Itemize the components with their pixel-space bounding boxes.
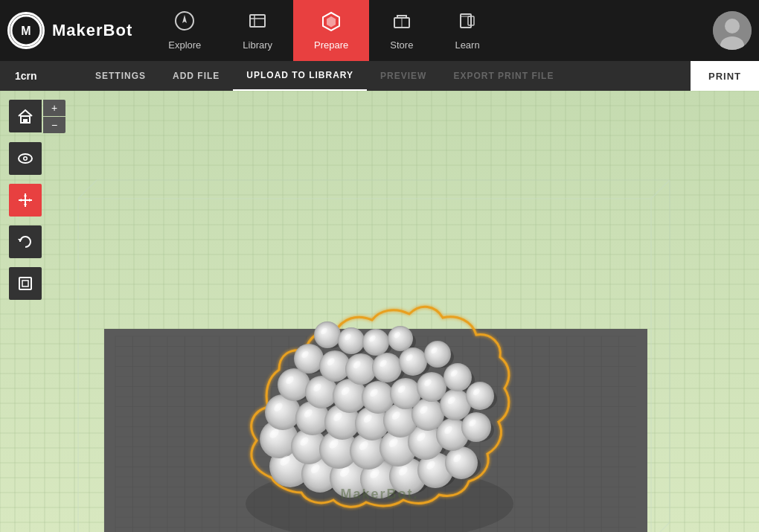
svg-marker-24	[24, 193, 27, 196]
svg-rect-29	[19, 278, 31, 289]
logo-text: MakerBot	[52, 21, 132, 40]
svg-marker-8	[327, 16, 336, 28]
zoom-in-button[interactable]: +	[43, 100, 65, 116]
toolbar-add-file-btn[interactable]: ADD FILE	[159, 61, 233, 91]
left-tools: + −	[9, 100, 65, 300]
library-icon	[247, 10, 268, 36]
top-navigation: M MakerBot Explore Li	[0, 0, 759, 61]
print-button[interactable]: PRINT	[691, 61, 759, 91]
move-button[interactable]	[9, 184, 42, 217]
svg-marker-26	[19, 199, 22, 202]
nav-prepare[interactable]: Prepare	[293, 0, 369, 61]
nav-store[interactable]: Store	[369, 0, 434, 61]
svg-text:M: M	[21, 25, 31, 37]
svg-rect-30	[22, 281, 28, 286]
store-icon	[391, 10, 412, 36]
svg-marker-25	[24, 204, 27, 207]
learn-icon	[457, 10, 478, 36]
prepare-icon	[321, 10, 342, 36]
toolbar-preview-btn[interactable]: PREVIEW	[367, 61, 440, 91]
nav-explore[interactable]: Explore	[147, 0, 222, 61]
logo-area[interactable]: M MakerBot	[7, 12, 132, 49]
svg-marker-28	[18, 239, 22, 242]
home-view-button[interactable]	[9, 100, 42, 132]
nav-library[interactable]: Library	[222, 0, 293, 61]
nav-prepare-label: Prepare	[314, 39, 348, 51]
file-name: 1crn	[15, 70, 60, 82]
svg-point-21	[25, 158, 27, 160]
viewport: + −	[0, 91, 759, 532]
nav-store-label: Store	[390, 39, 413, 51]
user-avatar[interactable]	[713, 11, 752, 50]
svg-marker-3	[182, 15, 187, 23]
rotate-button[interactable]	[9, 225, 42, 258]
toolbar-export-print-btn[interactable]: EXPORT PRINT FILE	[440, 61, 567, 91]
3d-scene-canvas[interactable]	[0, 91, 759, 532]
nav-items: Explore Library Prepare	[147, 0, 713, 61]
zoom-out-button[interactable]: −	[43, 117, 65, 133]
scale-button[interactable]	[9, 267, 42, 300]
home-zoom-cluster: + −	[9, 100, 65, 133]
nav-learn-label: Learn	[455, 39, 479, 51]
nav-library-label: Library	[243, 39, 272, 51]
svg-marker-27	[29, 199, 32, 202]
view-toggle-button[interactable]	[9, 142, 42, 175]
toolbar-upload-library-btn[interactable]: UPLOAD TO LIBRARY	[233, 61, 367, 91]
svg-point-15	[725, 19, 740, 33]
nav-learn[interactable]: Learn	[434, 0, 500, 61]
toolbar-settings-btn[interactable]: SETTINGS	[82, 61, 159, 91]
svg-rect-4	[250, 15, 265, 27]
explore-icon	[174, 10, 195, 36]
nav-explore-label: Explore	[168, 39, 201, 51]
svg-rect-18	[23, 119, 28, 123]
logo-icon: M	[7, 12, 45, 49]
toolbar: 1crn SETTINGS ADD FILE UPLOAD TO LIBRARY…	[0, 61, 759, 91]
